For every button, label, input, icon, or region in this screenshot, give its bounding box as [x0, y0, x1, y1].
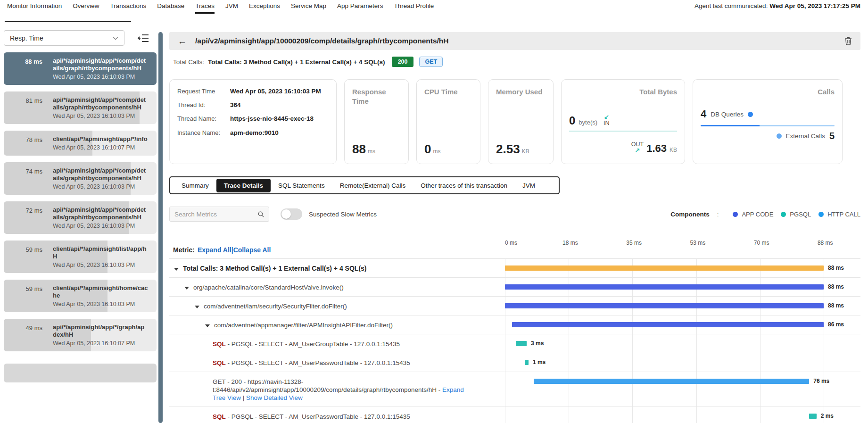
tree-caret-icon[interactable]: [174, 268, 179, 271]
tree-row-link[interactable]: Show Detailed View: [246, 394, 303, 401]
trace-url: api/*/apminsight/app/*/comp/details/grap…: [53, 206, 148, 221]
suspected-slow-metrics-label: Suspected Slow Metrics: [309, 211, 377, 218]
response-time-value: 88: [352, 142, 366, 156]
tree-row-timeline: 3 ms: [505, 334, 824, 353]
tree-row-label[interactable]: com/adventnet/iam/security/SecurityFilte…: [169, 297, 505, 315]
search-icon: [258, 211, 264, 218]
sidebar-scrollbar[interactable]: [158, 32, 163, 423]
trace-timestamp: Wed Apr 05, 2023 16:10:03 PM: [53, 74, 148, 80]
nav-item-monitor-information[interactable]: Monitor Information: [7, 0, 62, 14]
tree-row-link[interactable]: Expand: [442, 386, 464, 393]
tree-row-timeline: 1 ms: [505, 353, 824, 372]
trace-list-item[interactable]: 78 msclient/api/*/apminsight/app/*/infoW…: [4, 131, 157, 156]
tab-trace-details[interactable]: Trace Details: [216, 179, 271, 192]
trace-response-time: 88 ms: [4, 57, 42, 80]
tree-row-label[interactable]: SQL - PGSQL - SELECT - AM_UserPasswordTa…: [169, 353, 505, 372]
trace-list-item-partial[interactable]: [4, 364, 157, 382]
nav-item-transactions[interactable]: Transactions: [110, 0, 147, 14]
duration-label: 88 ms: [828, 302, 844, 309]
trace-url: client/api/*/apminsight/list/app/hH: [53, 245, 148, 260]
tree-row-text: com/adventnet/iam/security/SecurityFilte…: [204, 303, 347, 310]
cpu-time-title: CPU Time: [424, 87, 472, 97]
trace-item-body: client/api/*/apminsight/app/*/infoWed Ap…: [53, 135, 148, 151]
timeline-ticks: 0 ms18 ms35 ms53 ms70 ms88 ms: [505, 238, 824, 258]
tick-label: 0 ms: [505, 240, 517, 246]
nav-item-jvm[interactable]: JVM: [225, 0, 238, 14]
tree-row: GET - 200 - https://navin-11328-t:8446/a…: [169, 372, 860, 407]
trace-list-item[interactable]: 88 msapi/*/apminsight/app/*/comp/details…: [4, 52, 157, 85]
tree-view-toggle-icon[interactable]: [138, 33, 149, 43]
memory-used-unit: KB: [522, 148, 529, 155]
tree-caret-icon[interactable]: [195, 306, 199, 308]
tree-row-label[interactable]: GET - 200 - https://navin-11328-t:8446/a…: [169, 372, 505, 406]
tree-row-label[interactable]: Total Calls: 3 Method Call(s) + 1 Extern…: [169, 259, 505, 277]
delete-trace-button[interactable]: [844, 37, 852, 45]
tree-row: org/apache/catalina/core/StandardHostVal…: [169, 278, 860, 297]
tree-row-text: SQL: [213, 340, 226, 348]
trace-tree: Total Calls: 3 Method Call(s) + 1 Extern…: [169, 258, 860, 423]
trace-response-time: 78 ms: [4, 135, 42, 151]
nav-item-service-map[interactable]: Service Map: [291, 0, 326, 14]
http-method-badge: GET: [419, 57, 443, 67]
tree-row-timeline: 88 ms: [505, 259, 824, 277]
nav-item-overview[interactable]: Overview: [73, 0, 99, 14]
component-name: APP CODE: [742, 211, 773, 218]
component-name: PGSQL: [790, 211, 811, 218]
trace-list: 88 msapi/*/apminsight/app/*/comp/details…: [4, 52, 157, 382]
tree-row-link[interactable]: Tree View: [213, 394, 241, 401]
bytes-out-unit: KB: [670, 147, 677, 153]
expand-all-link[interactable]: Expand All: [198, 246, 231, 254]
request-info-label: Request Time: [177, 87, 230, 96]
calls-title: Calls: [701, 87, 835, 97]
tab-other-traces-of-this-transaction[interactable]: Other traces of this transaction: [413, 179, 515, 192]
resp-time-select-value: Resp. Time: [10, 34, 43, 42]
trace-timestamp: Wed Apr 05, 2023 16:10:07 PM: [53, 144, 148, 151]
trace-list-item[interactable]: 81 msapi/*/apminsight/app/*/comp/details…: [4, 91, 157, 124]
component-app-code: APP CODE: [733, 211, 773, 218]
tab-remote-external-calls[interactable]: Remote(External) Calls: [332, 179, 413, 192]
top-navigation: Monitor InformationOverviewTransactionsD…: [0, 0, 868, 14]
tree-row-label[interactable]: SQL - PGSQL - SELECT - AM_UserPasswordTa…: [169, 407, 505, 423]
tab-jvm[interactable]: JVM: [515, 179, 543, 192]
tab-sql-statements[interactable]: SQL Statements: [271, 179, 332, 192]
back-button[interactable]: ←: [178, 37, 187, 46]
tab-summary[interactable]: Summary: [174, 179, 216, 192]
resp-time-select[interactable]: Resp. Time: [4, 30, 124, 46]
component-dot: [733, 212, 738, 217]
trace-url: client/api/*/apminsight/app/*/info: [53, 135, 148, 143]
tree-row-label[interactable]: SQL - PGSQL - SELECT - AM_UserGroupTable…: [169, 334, 505, 353]
tick-label: 35 ms: [626, 240, 642, 246]
collapse-all-link[interactable]: Collapse All: [233, 246, 271, 254]
request-info-label: Instance Name:: [177, 129, 230, 137]
nav-item-app-parameters[interactable]: App Parameters: [337, 0, 383, 14]
cpu-time-value: 0: [424, 142, 431, 156]
tree-row: SQL - PGSQL - SELECT - AM_UserPasswordTa…: [169, 407, 860, 423]
trace-url: client/api/*/apminsight/home/cache: [53, 284, 148, 299]
tree-row-label[interactable]: org/apache/catalina/core/StandardHostVal…: [169, 278, 505, 296]
tree-row-label[interactable]: com/adventnet/appmanager/filter/APMInsig…: [169, 315, 505, 334]
suspected-slow-metrics-toggle[interactable]: [281, 208, 302, 220]
trace-list-item[interactable]: 49 msapi/*/apminsight/app/*/graph/apdex/…: [4, 319, 157, 351]
bytes-in-value: 0: [569, 116, 575, 126]
trace-response-time: 81 ms: [4, 96, 42, 119]
nav-item-thread-profile[interactable]: Thread Profile: [394, 0, 434, 14]
tree-row-text: - PGSQL - SELECT - AM_UserPasswordTable …: [226, 359, 410, 366]
trace-list-item[interactable]: 59 msclient/api/*/apminsight/home/cacheW…: [4, 280, 157, 312]
trace-list-item[interactable]: 72 msapi/*/apminsight/app/*/comp/details…: [4, 201, 157, 234]
nav-item-database[interactable]: Database: [157, 0, 184, 14]
trace-list-item[interactable]: 59 msclient/api/*/apminsight/list/app/hH…: [4, 241, 157, 273]
tree-row-text: com/adventnet/appmanager/filter/APMInsig…: [214, 322, 393, 329]
request-info-label: Thread Name:: [177, 115, 230, 123]
trace-url: api/*/apminsight/app/*/comp/details/grap…: [53, 96, 148, 111]
tree-caret-icon[interactable]: [184, 287, 189, 290]
nav-item-exceptions[interactable]: Exceptions: [249, 0, 280, 14]
status-code-badge: 200: [392, 57, 414, 67]
trace-response-time: 74 ms: [4, 167, 42, 190]
trace-item-body: api/*/apminsight/app/*/comp/details/grap…: [53, 96, 148, 119]
search-metrics-input[interactable]: [174, 211, 258, 218]
tree-caret-icon[interactable]: [205, 324, 210, 327]
trace-item-body: api/*/apminsight/app/*/comp/details/grap…: [53, 167, 148, 190]
nav-item-traces[interactable]: Traces: [195, 0, 215, 14]
trace-response-time: 72 ms: [4, 206, 42, 229]
trace-list-item[interactable]: 74 msapi/*/apminsight/app/*/comp/details…: [4, 162, 157, 195]
